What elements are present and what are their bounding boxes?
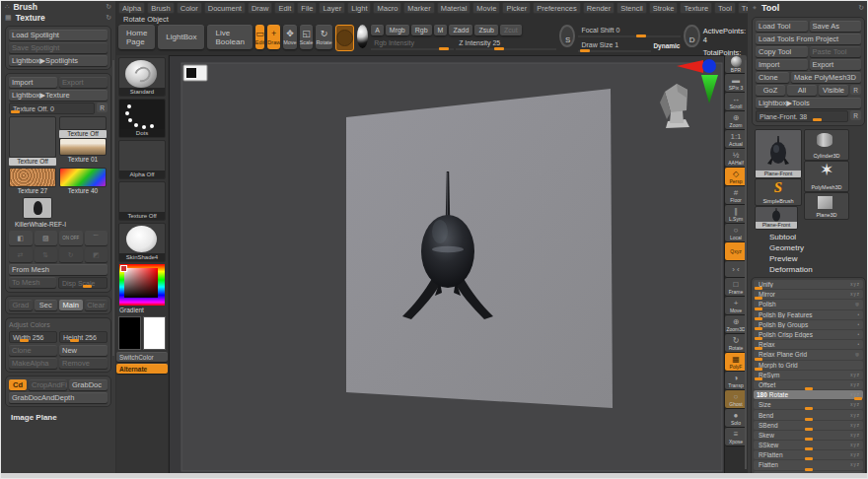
make-polymesh3d-button[interactable]: Make PolyMesh3D: [791, 72, 861, 83]
new-button[interactable]: New: [59, 345, 108, 356]
texture-select-slider[interactable]: Texture Off. 0: [9, 103, 95, 114]
canvas-scrollbar[interactable]: [745, 60, 747, 469]
deformation-slider[interactable]: Polish Crisp Edges •: [754, 330, 863, 339]
deformation-slider[interactable]: Size xyz: [754, 400, 863, 409]
texture-40-thumb[interactable]: Texture 40: [59, 168, 107, 195]
menu-item[interactable]: Picker: [502, 2, 531, 14]
m-button[interactable]: M: [434, 25, 448, 35]
refresh-icon[interactable]: ↻: [106, 14, 111, 22]
axis-badge[interactable]: xyz: [850, 382, 860, 387]
deformation-slider[interactable]: Mirror xyz: [754, 290, 863, 299]
menu-item[interactable]: Draw: [248, 2, 273, 14]
deformation-slider[interactable]: Flatten xyz: [754, 460, 863, 469]
clone-tool-button[interactable]: Clone: [756, 72, 789, 83]
right-shelf-button[interactable]: ◇ Persp: [725, 168, 747, 185]
plane3d-thumb[interactable]: Plane3D: [804, 192, 849, 220]
menu-item[interactable]: Render: [583, 2, 615, 14]
secondary-color-swatch[interactable]: [143, 316, 166, 350]
on-off-icon[interactable]: ON OFF: [59, 231, 83, 245]
copy-tool-button[interactable]: Copy Tool: [756, 46, 808, 57]
axis-badge[interactable]: xyz: [850, 452, 860, 457]
load-tool-button[interactable]: Load Tool: [756, 21, 808, 32]
right-shelf-button[interactable]: ○ Ghost: [725, 390, 747, 408]
clone-button[interactable]: Clone: [9, 345, 57, 356]
import-tool-button[interactable]: Import: [756, 59, 808, 70]
zadd-button[interactable]: Zadd: [449, 25, 472, 35]
polymesh3d-thumb[interactable]: ✶ PolyMesh3D: [804, 161, 849, 192]
live-boolean-button[interactable]: Live Boolean: [207, 25, 252, 49]
draw-size-slider[interactable]: Draw Size 1: [578, 39, 651, 52]
axis-badge[interactable]: xyz: [850, 292, 860, 297]
left-scrollbar[interactable]: [112, 60, 114, 356]
goz-button[interactable]: GoZ: [756, 85, 785, 96]
right-shelf-button[interactable]: ▬ SPix 3: [725, 74, 747, 92]
menu-item[interactable]: Light: [347, 2, 371, 14]
axis-badge[interactable]: xyz: [850, 423, 860, 428]
z-intensity-slider[interactable]: Z Intensity 25: [456, 37, 556, 50]
deformation-slider[interactable]: ReSym xyz: [754, 371, 863, 379]
menu-item[interactable]: Movie: [472, 2, 500, 14]
grad-button[interactable]: Grad: [9, 300, 33, 310]
right-shelf-button[interactable]: ↻ Rotate: [725, 334, 747, 352]
axis-badge[interactable]: xyz: [850, 462, 860, 467]
tool-palette-header[interactable]: ⌖ Tool ↻: [748, 1, 868, 14]
brush-picker-button[interactable]: D: [684, 25, 699, 47]
lightbox-tools-button[interactable]: Lightbox▶Tools: [756, 98, 861, 108]
right-shelf-button[interactable]: 1:1 Actual: [725, 130, 747, 148]
load-spotlight-button[interactable]: Load Spotlight: [9, 30, 108, 40]
saturation-square[interactable]: [124, 268, 158, 298]
gradient-mode-icon[interactable]: ◧: [9, 231, 33, 245]
current-material-thumb[interactable]: SkinShade4: [118, 223, 166, 262]
clear-button[interactable]: Clear: [85, 300, 108, 310]
export-tool-button[interactable]: Export: [810, 59, 862, 70]
document-canvas[interactable]: [169, 55, 725, 476]
slider-handle[interactable]: [494, 47, 504, 50]
subtool-section[interactable]: Subtool: [748, 232, 868, 242]
flip-v-icon[interactable]: ⇅: [35, 247, 58, 262]
axis-badge[interactable]: xyz: [850, 413, 860, 418]
deformation-slider[interactable]: Skew xyz: [754, 431, 863, 440]
scale-button[interactable]: ◱ Scale: [300, 25, 314, 49]
menu-item[interactable]: Alpha: [118, 2, 145, 14]
rgb-intensity-slider[interactable]: Rgb Intensity: [371, 37, 454, 50]
sculptris-pro-toggle[interactable]: [335, 25, 354, 51]
simplebrush-thumb[interactable]: S SimpleBrush: [755, 178, 802, 206]
current-texture-thumb[interactable]: Texture Off: [9, 116, 56, 166]
texture-27-thumb[interactable]: Texture 27: [9, 168, 56, 195]
right-shelf-button[interactable]: ● Solo: [725, 409, 747, 427]
preview-section[interactable]: Preview: [748, 253, 868, 264]
brush-palette-header[interactable]: ∴ Brush ↻: [1, 1, 115, 12]
pattern-icon[interactable]: ▨: [35, 231, 58, 245]
deformation-slider[interactable]: Relax •: [754, 340, 863, 349]
color-a-button[interactable]: A: [371, 25, 384, 35]
grab-doc-depth-button[interactable]: GrabDocAndDepth: [9, 392, 108, 403]
right-shelf-button[interactable]: ▦ PolyF: [725, 353, 747, 371]
texture-palette-header[interactable]: ▦ Texture ↻: [1, 12, 115, 23]
deformation-slider[interactable]: Relax Plane Grid ◎: [754, 350, 863, 359]
restore-button[interactable]: R: [97, 103, 108, 112]
menu-item[interactable]: Material: [437, 2, 471, 14]
width-slider[interactable]: Width 256: [9, 331, 57, 343]
current-texture-thumb-shelf[interactable]: Texture Off: [118, 181, 166, 221]
right-shelf-button[interactable]: # Floor: [725, 186, 747, 204]
tool-select-slider[interactable]: Plane-Front. 38: [756, 110, 848, 122]
menu-item[interactable]: Edit: [274, 2, 295, 14]
sec-button[interactable]: Sec: [35, 300, 58, 310]
from-mesh-button[interactable]: From Mesh: [9, 264, 108, 275]
goz-all-button[interactable]: All: [787, 85, 817, 96]
deformation-slider[interactable]: SSkew xyz: [754, 441, 863, 449]
current-brush-thumb[interactable]: Standard: [118, 57, 166, 97]
texture-off-thumb[interactable]: Texture Off: [59, 116, 107, 138]
menu-item[interactable]: Tool: [714, 2, 736, 14]
lightbox-spotlights-button[interactable]: Lightbox▶Spotlights: [9, 55, 108, 66]
axis-badge[interactable]: xyz: [850, 282, 860, 287]
color-picker[interactable]: [119, 264, 165, 306]
main-color-swatch[interactable]: [118, 316, 141, 350]
load-tools-from-project-button[interactable]: Load Tools From Project: [756, 34, 861, 44]
rotate-button[interactable]: ↻ Rotate: [316, 25, 331, 49]
import-texture-button[interactable]: Import: [9, 77, 57, 88]
menu-item[interactable]: Preferences: [533, 2, 580, 14]
axis-badge[interactable]: ◎: [855, 302, 860, 307]
document-nav-thumb[interactable]: [183, 65, 207, 81]
zcut-button[interactable]: Zcut: [500, 25, 522, 35]
